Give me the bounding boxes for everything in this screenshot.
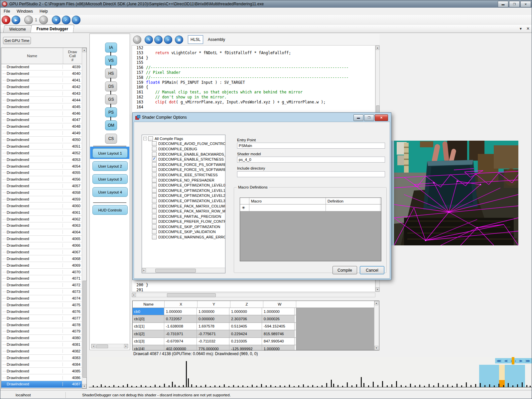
col-x[interactable]: X [165,301,198,308]
pipeline-hscrollbar[interactable]: ◂ ▸ [91,344,128,348]
table-row[interactable]: DrawIndexed 4058 [1,190,82,196]
flag-row[interactable]: D3DCOMPILE_PARTIAL_PRECISION [142,214,225,219]
table-row[interactable]: DrawIndexed 4054 [1,163,82,170]
table-row[interactable]: DrawIndexed 4081 [1,341,82,348]
table-row[interactable]: DrawIndexed 4061 [1,209,82,216]
compile-flags-list[interactable]: − All Compile Flags D3DCOMPILE_AVOID_FLO… [142,135,225,273]
menu-windows[interactable]: Windows [13,8,36,15]
play-icon[interactable]: ▶ [12,16,20,24]
edit-shader-icon[interactable]: ✎ [145,36,153,44]
pipeline-stage-ps[interactable]: PS [105,107,117,117]
table-row[interactable]: DrawIndexed 4048 [1,123,82,130]
flag-row[interactable]: D3DCOMPILE_AVOID_FLOW_CONTRO [142,141,225,147]
pipeline-stage-om[interactable]: OM [105,120,117,130]
menu-file[interactable]: File [0,8,13,15]
cancel-button[interactable]: Cancel [360,266,384,274]
scroll-thumb[interactable] [82,281,87,378]
frame-timeline[interactable]: ⋘≪‹›≫⋙ [89,357,532,389]
table-row[interactable]: DrawIndexed 4059 [1,196,82,203]
table-row[interactable]: DrawIndexed 4074 [1,295,82,302]
close-button[interactable]: ✕ [520,1,531,7]
step-back-icon[interactable]: « [24,16,33,24]
checkbox-icon[interactable] [152,214,157,219]
pipeline-stage-ds[interactable]: DS [105,81,117,91]
flags-root-row[interactable]: − All Compile Flags [142,136,225,141]
restore-button[interactable]: ❐ [509,1,520,7]
timeline-minimap[interactable] [479,365,525,387]
pipeline-stage-gs[interactable]: GS [105,94,117,104]
user-layout-button-2[interactable]: User Layout 2 [92,161,128,171]
table-row[interactable]: DrawIndexed 4069 [1,262,82,269]
table-row[interactable]: DrawIndexed 4042 [1,84,82,90]
profiler-icon[interactable]: ✓ [62,16,70,24]
checkbox-icon[interactable] [148,136,153,141]
include-directory-field[interactable] [237,171,385,177]
save-shader-icon[interactable]: ▣ [175,36,183,44]
checkbox-icon[interactable] [152,188,157,193]
timeline-marker[interactable] [512,357,514,364]
table-row[interactable]: DrawIndexed 4049 [1,130,82,137]
flag-row[interactable]: D3DCOMPILE_ENABLE_BACKWARDS_ [142,152,225,157]
checkbox-icon[interactable] [152,152,157,157]
table-row[interactable]: DrawIndexed 4040 [1,70,82,77]
table-row[interactable]: DrawIndexed 4060 [1,202,82,209]
checkbox-icon[interactable] [152,193,157,198]
checkbox-icon[interactable] [152,167,157,172]
checkbox-icon[interactable] [152,235,157,239]
column-drawcall[interactable]: Draw Call # [63,48,82,64]
table-row[interactable]: DrawIndexed 4079 [1,328,82,335]
table-row[interactable]: DrawIndexed 4043 [1,90,82,97]
pipeline-stage-cs[interactable]: CS [105,134,117,144]
flag-row[interactable]: D3DCOMPILE_WARNINGS_ARE_ERRO [142,234,225,240]
col-name[interactable]: Name [133,301,165,308]
editor-hscrollbar[interactable]: ◂ ▸ [132,293,375,297]
expander-icon[interactable]: − [143,137,147,140]
flag-row[interactable]: D3DCOMPILE_FORCE_VS_SOFTWARE [142,167,225,173]
timeline-nav-icon-3[interactable]: › [515,359,516,363]
dialog-restore-button[interactable]: ❐ [364,114,374,121]
stop-capture-icon[interactable]: ▮ [2,16,10,24]
timeline-nav-icon-1[interactable]: ≪ [504,359,508,363]
pipeline-stage-hs[interactable]: HS [105,68,117,78]
new-macro-row[interactable]: ✳ [240,204,381,211]
checkbox-icon[interactable] [152,183,157,188]
table-row[interactable]: DrawIndexed 4055 [1,170,82,176]
table-row[interactable]: DrawIndexed 4044 [1,97,82,103]
watch-scrollbar[interactable]: ▲ ▼ [374,301,379,350]
table-row[interactable]: DrawIndexed 4050 [1,137,82,143]
flag-row[interactable]: D3DCOMPILE_OPTIMIZATION_LEVEL2 [142,193,225,199]
table-row[interactable]: cb1[1] -1.638008 1.697578 0.513405 -594.… [133,323,296,330]
timeline-nav-icon-5[interactable]: ⋙ [525,359,530,363]
table-row[interactable]: DrawIndexed 4045 [1,103,82,110]
tab-hlsl[interactable]: HLSL [188,35,203,44]
flag-row[interactable]: D3DCOMPILE_IEEE_STRICTNESS [142,172,225,178]
next-shader-icon[interactable]: » [164,36,172,44]
column-name[interactable]: Name [1,48,63,64]
pipeline-stage-vs[interactable]: VS [105,56,117,66]
table-row[interactable]: DrawIndexed 4078 [1,322,82,328]
checkbox-icon[interactable] [152,209,157,213]
table-row[interactable]: DrawIndexed 4071 [1,275,82,282]
table-row[interactable]: cb1[3] -0.670974 -0.711032 0.210305 847.… [133,338,296,345]
flag-row[interactable]: D3DCOMPILE_ENABLE_STRICTNESS [142,157,225,162]
table-row[interactable]: cb0 1.000000 1.000000 1.000000 1.000000 [133,308,296,315]
dialog-minimize-button[interactable]: ▬ [353,114,363,121]
flags-hscrollbar[interactable]: ◂ ▸ [142,268,225,273]
table-row[interactable]: DrawIndexed 4084 [1,361,82,368]
checkbox-icon[interactable] [152,162,157,167]
tab-welcome[interactable]: Welcome [3,25,32,33]
api-trace-icon[interactable]: ≡ [72,16,80,24]
checkbox-icon[interactable] [152,199,157,203]
entry-point-field[interactable]: PSMain [237,143,385,149]
table-row[interactable]: DrawIndexed 4083 [1,355,82,361]
table-row[interactable]: DrawIndexed 4041 [1,77,82,84]
menu-help[interactable]: Help [36,8,51,15]
pipeline-stage-ia[interactable]: IA [105,43,117,53]
checkbox-icon[interactable] [152,178,157,183]
checkbox-icon[interactable] [152,141,157,146]
col-w[interactable]: W [263,301,296,308]
flag-row[interactable]: D3DCOMPILE_OPTIMIZATION_LEVEL0 [142,183,225,188]
checkbox-icon[interactable] [152,219,157,224]
table-row[interactable]: DrawIndexed 4053 [1,156,82,163]
table-row[interactable]: DrawIndexed 4076 [1,308,82,315]
